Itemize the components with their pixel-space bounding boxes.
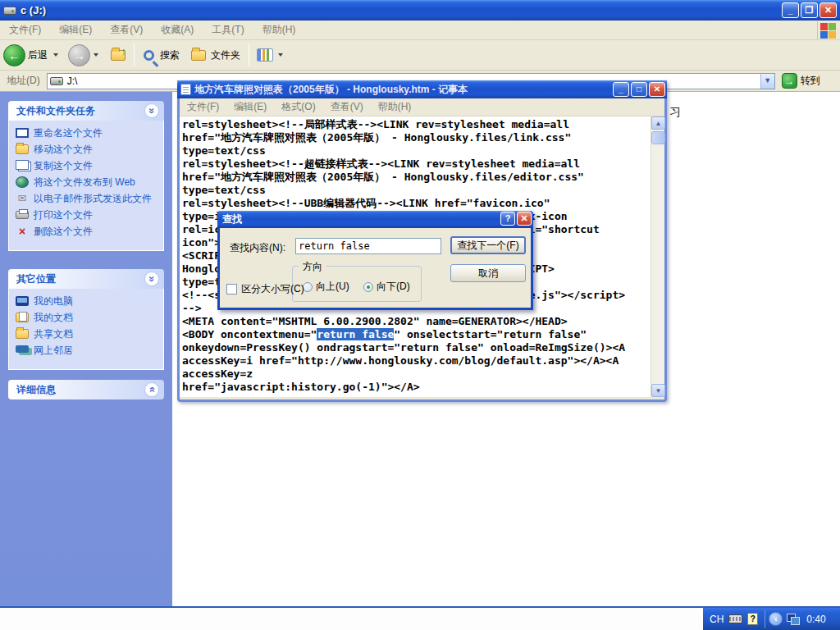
windows-logo-icon xyxy=(817,21,838,39)
menu-favorites[interactable]: 收藏(A) xyxy=(152,23,203,37)
task-print-file[interactable]: 打印这个文件 xyxy=(16,209,158,221)
notepad-menu-file[interactable]: 文件(F) xyxy=(180,100,226,114)
find-what-label: 查找内容(N): xyxy=(230,241,285,255)
keyboard-icon[interactable] xyxy=(728,614,742,623)
taskbar[interactable]: CH ? ‹ 0:40 xyxy=(0,606,840,630)
place-shared-documents[interactable]: 共享文档 xyxy=(16,328,158,340)
folders-button[interactable]: 文件夹 xyxy=(185,40,246,70)
menu-help[interactable]: 帮助(H) xyxy=(253,23,305,37)
go-button[interactable]: → 转到 xyxy=(782,73,820,89)
notepad-vertical-scrollbar[interactable]: ▲ ▼ xyxy=(651,116,664,397)
folders-icon xyxy=(191,50,206,61)
notepad-menu-format[interactable]: 格式(O) xyxy=(274,100,322,114)
delete-icon: × xyxy=(16,226,29,237)
direction-up-radio[interactable]: 向上(U) xyxy=(303,280,349,294)
help-button[interactable]: ? xyxy=(500,212,515,226)
place-my-documents[interactable]: 我的文档 xyxy=(16,312,158,323)
match-case-checkbox[interactable]: 区分大小写(C) xyxy=(226,282,304,296)
cancel-button[interactable]: 取消 xyxy=(450,264,526,282)
toolbar-separator xyxy=(134,43,135,66)
notepad-menu-help[interactable]: 帮助(H) xyxy=(371,100,419,114)
direction-down-radio[interactable]: 向下(D) xyxy=(363,280,410,294)
other-places-header[interactable]: 其它位置 » xyxy=(8,269,164,289)
forward-icon: → xyxy=(68,44,90,66)
menu-view[interactable]: 查看(V) xyxy=(101,23,152,37)
text-line-with-selection: <BODY oncontextmenu="return false" onsel… xyxy=(182,328,651,341)
print-icon xyxy=(16,211,29,219)
menu-edit[interactable]: 编辑(E) xyxy=(50,23,101,37)
task-copy-file[interactable]: 复制这个文件 xyxy=(16,160,158,171)
views-icon xyxy=(257,48,273,62)
scroll-up-arrow[interactable]: ▲ xyxy=(651,116,665,130)
notepad-menu-edit[interactable]: 编辑(E) xyxy=(226,100,274,114)
views-button[interactable] xyxy=(252,40,290,70)
clock[interactable]: 0:40 xyxy=(806,614,825,625)
forward-dropdown-arrow[interactable] xyxy=(94,53,98,57)
restore-button[interactable]: ❐ xyxy=(801,2,818,18)
file-tasks-header[interactable]: 文件和文件夹任务 » xyxy=(8,101,164,121)
text-line: accessKey=z xyxy=(182,368,651,381)
task-rename-file[interactable]: 重命名这个文件 xyxy=(16,127,158,139)
find-next-button[interactable]: 查找下一个(F) xyxy=(450,236,526,254)
scrollbar-thumb[interactable] xyxy=(651,131,665,144)
notepad-minimize-button[interactable]: _ xyxy=(613,82,629,97)
notepad-titlebar[interactable]: 地方汽车牌照对照表（2005年版） - Honglousky.htm - 记事本… xyxy=(177,80,667,98)
selected-text: return false xyxy=(317,328,394,340)
explorer-title: c (J:) xyxy=(21,4,46,16)
details-header[interactable]: 详细信息 » xyxy=(8,380,164,399)
find-what-input[interactable] xyxy=(295,238,441,254)
back-dropdown-arrow[interactable] xyxy=(53,53,58,57)
address-dropdown-button[interactable]: ▼ xyxy=(760,74,774,89)
tray-help-icon[interactable]: ? xyxy=(747,613,758,625)
find-close-button[interactable]: ✕ xyxy=(517,212,532,226)
text-line: <META content="MSHTML 6.00.2900.2802" na… xyxy=(182,315,651,328)
move-file-icon xyxy=(16,144,29,154)
place-my-computer[interactable]: 我的电脑 xyxy=(16,295,158,307)
views-dropdown-arrow[interactable] xyxy=(278,53,283,57)
place-network[interactable]: 网上邻居 xyxy=(16,345,158,356)
network-tray-icon[interactable] xyxy=(787,614,800,624)
notepad-menu-view[interactable]: 查看(V) xyxy=(323,100,371,114)
forward-button[interactable]: → xyxy=(65,40,105,70)
text-line: accessKey=i href="http://www.honglousky.… xyxy=(182,354,651,368)
explorer-task-pane: 文件和文件夹任务 » 重命名这个文件 移动这个文件 复制这个文件 xyxy=(0,92,172,606)
other-places-body: 我的电脑 我的文档 共享文档 网上邻居 xyxy=(8,289,164,370)
task-email-file[interactable]: ✉ 以电子邮件形式发送此文件 xyxy=(16,193,158,204)
notepad-maximize-button[interactable]: □ xyxy=(631,82,647,97)
up-folder-icon: ↑ xyxy=(111,50,126,61)
my-documents-icon xyxy=(16,313,29,322)
menu-tools[interactable]: 工具(T) xyxy=(203,23,253,37)
search-button[interactable]: 搜索 xyxy=(137,40,185,70)
explorer-menubar: 文件(F) 编辑(E) 查看(V) 收藏(A) 工具(T) 帮助(H) xyxy=(0,21,840,40)
close-button[interactable]: ✕ xyxy=(819,2,837,18)
ime-indicator[interactable]: CH xyxy=(710,614,724,625)
tray-divider xyxy=(765,610,765,628)
find-dialog: 查找 ? ✕ 查找内容(N): 查找下一个(F) 取消 方向 向上(U) 向下(… xyxy=(217,211,533,310)
tray-collapse-chevron[interactable]: ‹ xyxy=(769,612,783,626)
text-line: type=text/css xyxy=(182,184,651,197)
notepad-icon xyxy=(180,84,191,95)
file-tasks-body: 重命名这个文件 移动这个文件 复制这个文件 将这个文件发布到 Web ✉ 以电子… xyxy=(8,121,164,251)
address-value: J:\ xyxy=(67,75,78,87)
find-dialog-titlebar[interactable]: 查找 ? ✕ xyxy=(217,211,533,228)
menu-file[interactable]: 文件(F) xyxy=(0,23,50,37)
expand-chevron-icon[interactable]: » xyxy=(144,382,159,397)
screen: c (J:) _ ❐ ✕ 文件(F) 编辑(E) 查看(V) 收藏(A) 工具(… xyxy=(0,0,840,630)
notepad-close-button[interactable]: ✕ xyxy=(649,82,665,97)
radio-selected-icon xyxy=(363,282,373,292)
task-publish-file[interactable]: 将这个文件发布到 Web xyxy=(16,176,158,188)
task-move-file[interactable]: 移动这个文件 xyxy=(16,144,158,155)
rename-icon xyxy=(16,128,29,138)
explorer-toolbar: ← 后退 → ↑ 搜索 文件夹 xyxy=(0,40,840,71)
back-button[interactable]: ← 后退 xyxy=(0,40,65,70)
find-dialog-title: 查找 xyxy=(222,212,242,226)
collapse-chevron-icon[interactable]: » xyxy=(144,272,159,286)
my-computer-icon xyxy=(16,296,29,306)
minimize-button[interactable]: _ xyxy=(782,2,799,18)
task-delete-file[interactable]: × 删除这个文件 xyxy=(16,226,158,237)
toolbar-separator xyxy=(249,43,249,66)
up-button[interactable]: ↑ xyxy=(105,40,131,70)
system-tray: CH ? ‹ 0:40 xyxy=(703,608,840,630)
scroll-down-arrow[interactable]: ▼ xyxy=(651,384,665,397)
collapse-chevron-icon[interactable]: » xyxy=(144,103,159,118)
